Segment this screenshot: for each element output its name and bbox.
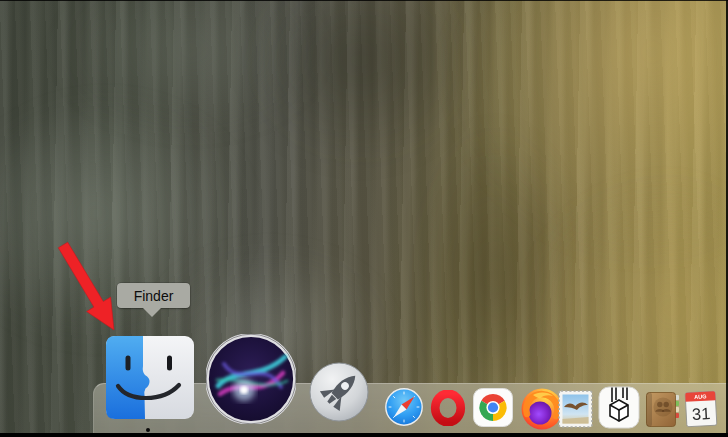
firefox-icon[interactable] <box>521 388 563 430</box>
screen-border-top <box>0 0 728 1</box>
package-box-icon[interactable] <box>598 386 640 429</box>
mail-stamp-icon[interactable] <box>558 390 593 428</box>
chrome-icon[interactable] <box>473 388 513 427</box>
safari-compass-icon[interactable] <box>385 388 423 426</box>
tooltip-label: Finder <box>134 288 174 304</box>
calendar-day-label: 31 <box>692 404 711 423</box>
launchpad-rocket-icon[interactable] <box>309 362 369 422</box>
opera-o-icon[interactable] <box>430 390 466 426</box>
screen-border-bottom <box>0 433 728 437</box>
red-arrow-annotation <box>50 235 125 340</box>
contacts-book-icon[interactable] <box>645 391 680 428</box>
tooltip: Finder <box>117 283 190 308</box>
siri-icon[interactable] <box>206 334 296 424</box>
finder-running-indicator <box>146 428 150 432</box>
finder-icon[interactable] <box>106 336 194 419</box>
desktop-screen: AUG 31 Finder <box>0 0 728 437</box>
calendar-month-label: AUG <box>694 393 707 400</box>
calendar-icon[interactable]: AUG 31 <box>684 390 718 428</box>
